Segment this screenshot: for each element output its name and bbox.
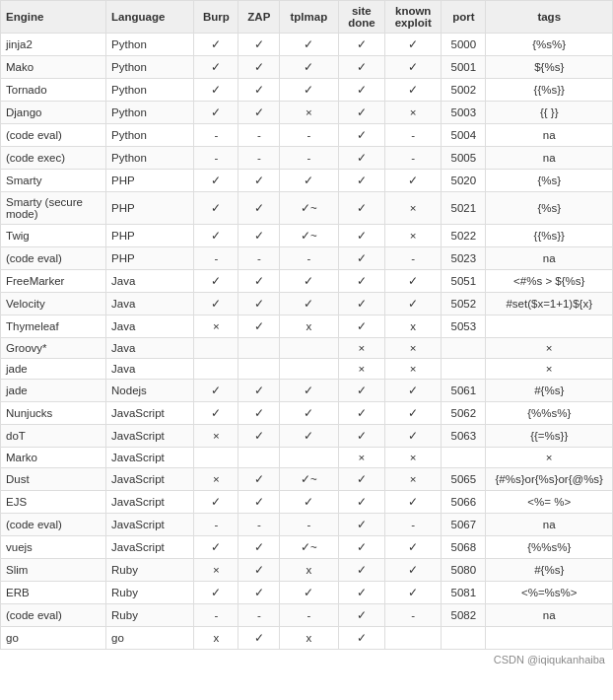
- cell-zap: ✓: [238, 402, 280, 425]
- cell-known_exploit: -: [385, 604, 442, 627]
- cell-tplmap: ✓: [280, 491, 338, 514]
- cell-tags: [486, 627, 613, 650]
- cell-language: JavaScript: [106, 425, 194, 448]
- cell-burp: [194, 359, 238, 380]
- cell-site_done: ✓: [338, 514, 385, 536]
- table-row: (code eval)Python---✓-5004na: [1, 124, 613, 147]
- cell-tags: ×: [486, 359, 613, 380]
- main-table: Engine Language Burp ZAP tplmap site don…: [0, 0, 613, 650]
- cell-zap: ✓: [238, 627, 280, 650]
- cell-zap: -: [238, 247, 280, 270]
- cell-engine: FreeMarker: [1, 270, 106, 293]
- cell-known_exploit: ✓: [385, 582, 442, 604]
- cell-tplmap: ×: [280, 102, 338, 124]
- cell-tags: <%= %>: [486, 491, 613, 514]
- table-header-row: Engine Language Burp ZAP tplmap site don…: [1, 1, 613, 34]
- cell-port: 5000: [442, 34, 486, 56]
- cell-engine: (code eval): [1, 604, 106, 627]
- cell-site_done: ✓: [338, 170, 385, 192]
- cell-tplmap: -: [280, 124, 338, 147]
- cell-zap: -: [238, 514, 280, 536]
- cell-port: 5067: [442, 514, 486, 536]
- cell-burp: ✓: [194, 79, 238, 102]
- cell-tags: {%s%}: [486, 34, 613, 56]
- cell-tags: {{%s}}: [486, 79, 613, 102]
- cell-engine: Twig: [1, 225, 106, 247]
- cell-zap: ✓: [238, 102, 280, 124]
- cell-site_done: ✓: [338, 468, 385, 491]
- cell-port: [442, 627, 486, 650]
- cell-known_exploit: ×: [385, 225, 442, 247]
- cell-language: PHP: [106, 225, 194, 247]
- cell-site_done: ✓: [338, 315, 385, 338]
- cell-engine: jade: [1, 380, 106, 402]
- table-row: SmartyPHP✓✓✓✓✓5020{%s}: [1, 170, 613, 192]
- cell-tags: ${%s}: [486, 56, 613, 79]
- cell-known_exploit: -: [385, 124, 442, 147]
- cell-tags: #{%s}: [486, 380, 613, 402]
- cell-zap: ✓: [238, 270, 280, 293]
- table-row: DustJavaScript×✓✓~✓×5065{#%s}or{%s}or{@%…: [1, 468, 613, 491]
- col-header-site-done: site done: [338, 1, 385, 34]
- cell-zap: ✓: [238, 192, 280, 225]
- cell-known_exploit: ✓: [385, 170, 442, 192]
- cell-site_done: ✓: [338, 192, 385, 225]
- cell-tplmap: -: [280, 147, 338, 170]
- cell-tplmap: ✓: [280, 170, 338, 192]
- cell-port: [442, 448, 486, 468]
- cell-language: JavaScript: [106, 514, 194, 536]
- cell-language: Python: [106, 147, 194, 170]
- cell-known_exploit: ✓: [385, 536, 442, 559]
- cell-port: 5052: [442, 293, 486, 315]
- cell-tplmap: ✓: [280, 380, 338, 402]
- cell-known_exploit: ×: [385, 448, 442, 468]
- footer: CSDN @iqiqukanhaiba: [0, 650, 613, 669]
- cell-known_exploit: ×: [385, 102, 442, 124]
- cell-burp: [194, 338, 238, 359]
- cell-tags: {{ }}: [486, 102, 613, 124]
- cell-engine: Dust: [1, 468, 106, 491]
- cell-site_done: ✓: [338, 34, 385, 56]
- table-row: MarkoJavaScript×××: [1, 448, 613, 468]
- table-row: FreeMarkerJava✓✓✓✓✓5051<#%s > ${%s}: [1, 270, 613, 293]
- cell-zap: ✓: [238, 79, 280, 102]
- cell-tplmap: ✓: [280, 56, 338, 79]
- cell-port: 5068: [442, 536, 486, 559]
- table-row: (code eval)JavaScript---✓-5067na: [1, 514, 613, 536]
- cell-engine: (code exec): [1, 147, 106, 170]
- cell-known_exploit: [385, 627, 442, 650]
- cell-language: Java: [106, 293, 194, 315]
- cell-port: 5021: [442, 192, 486, 225]
- cell-engine: Smarty (secure mode): [1, 192, 106, 225]
- table-row: VelocityJava✓✓✓✓✓5052#set($x=1+1)${x}: [1, 293, 613, 315]
- cell-language: JavaScript: [106, 402, 194, 425]
- cell-tplmap: ✓~: [280, 536, 338, 559]
- cell-language: Java: [106, 359, 194, 380]
- cell-burp: ✓: [194, 380, 238, 402]
- cell-burp: ✓: [194, 536, 238, 559]
- cell-engine: Groovy*: [1, 338, 106, 359]
- cell-zap: ✓: [238, 315, 280, 338]
- cell-language: Python: [106, 102, 194, 124]
- cell-engine: Smarty: [1, 170, 106, 192]
- cell-zap: ✓: [238, 491, 280, 514]
- cell-burp: ×: [194, 425, 238, 448]
- cell-tags: {{%s}}: [486, 225, 613, 247]
- cell-tags: na: [486, 514, 613, 536]
- cell-port: 5066: [442, 491, 486, 514]
- cell-engine: Marko: [1, 448, 106, 468]
- cell-zap: ✓: [238, 582, 280, 604]
- table-row: doTJavaScript×✓✓✓✓5063{{=%s}}: [1, 425, 613, 448]
- cell-port: 5080: [442, 559, 486, 582]
- cell-language: Java: [106, 338, 194, 359]
- cell-language: JavaScript: [106, 468, 194, 491]
- cell-port: 5022: [442, 225, 486, 247]
- cell-language: Ruby: [106, 582, 194, 604]
- cell-tags: {%%s%}: [486, 402, 613, 425]
- cell-engine: jade: [1, 359, 106, 380]
- cell-site_done: ×: [338, 338, 385, 359]
- cell-zap: -: [238, 124, 280, 147]
- cell-tplmap: x: [280, 559, 338, 582]
- cell-site_done: ✓: [338, 225, 385, 247]
- cell-tplmap: x: [280, 315, 338, 338]
